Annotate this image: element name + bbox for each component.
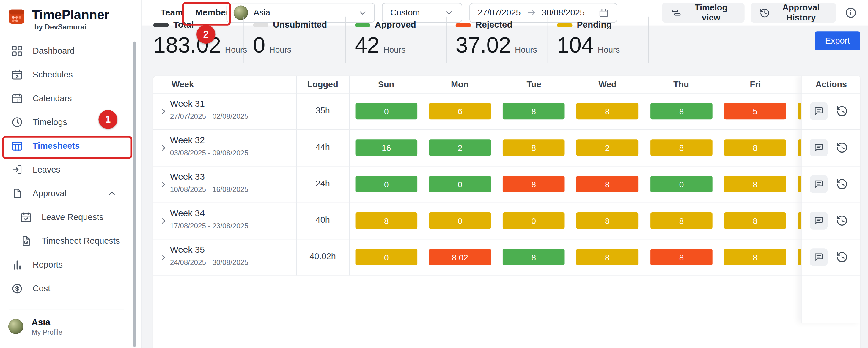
sidebar-item-leave-requests[interactable]: Leave Requests (0, 205, 141, 229)
cost-icon (11, 282, 23, 294)
day-hours-cell[interactable]: 8 (650, 139, 713, 156)
day-hours-cell[interactable]: 8 (503, 249, 565, 266)
day-hours-cell[interactable]: 8 (503, 176, 565, 193)
day-hours-cell[interactable]: 8 (650, 103, 713, 119)
day-hours-cell[interactable]: 6 (429, 103, 491, 119)
day-hours-cell[interactable]: 8.02 (429, 249, 491, 266)
day-hours-cell[interactable] (798, 176, 801, 193)
approval-history-button[interactable]: Approval History (751, 3, 836, 23)
day-hours-cell[interactable]: 2 (577, 139, 639, 156)
history-icon (836, 251, 848, 263)
actions-column: Actions (801, 76, 860, 323)
day-hours-cell[interactable] (798, 139, 801, 156)
history-icon (836, 142, 848, 154)
approval-history-icon (760, 7, 770, 18)
sidebar-item-leaves[interactable]: Leaves (0, 158, 141, 181)
day-hours-cell[interactable]: 8 (577, 212, 639, 229)
timesheet-requests-icon (20, 235, 32, 247)
sidebar-item-timesheet-requests[interactable]: Timesheet Requests (0, 229, 141, 253)
day-hours-cell[interactable]: 0 (355, 103, 417, 119)
day-hours-cell[interactable]: 8 (503, 103, 565, 119)
expand-row-button[interactable] (157, 105, 170, 118)
day-hours-cell[interactable]: 2 (429, 139, 491, 156)
col-header-actions: Actions (802, 76, 860, 93)
day-hours-cell[interactable]: 8 (724, 212, 786, 229)
sidebar-scrollbar[interactable] (133, 42, 136, 347)
day-hours-cell[interactable]: 0 (650, 176, 713, 193)
sidebar: TimePlanner by DevSamurai DashboardSched… (0, 0, 142, 348)
export-button[interactable]: Export (815, 32, 860, 50)
sidebar-item-timelogs[interactable]: Timelogs (0, 110, 141, 134)
history-button[interactable] (833, 139, 851, 156)
day-hours-cell[interactable]: 8 (503, 139, 565, 156)
day-hours-cell[interactable] (798, 212, 801, 229)
expand-row-button[interactable] (157, 214, 170, 228)
day-hours-cell[interactable]: 8 (650, 212, 713, 229)
expand-row-button[interactable] (157, 141, 170, 154)
comment-button[interactable] (810, 139, 828, 156)
day-hours-cell[interactable]: 8 (724, 176, 786, 193)
day-hours-cell[interactable]: 8 (355, 212, 417, 229)
history-icon (836, 105, 848, 117)
day-hours-cell[interactable]: 8 (724, 249, 786, 266)
expand-row-button[interactable] (157, 251, 170, 264)
comment-icon (814, 106, 824, 116)
history-button[interactable] (833, 212, 851, 230)
column-divider (349, 76, 350, 275)
day-hours-cell[interactable]: 0 (355, 249, 417, 266)
annotation-step-2: 2 (196, 25, 215, 44)
comment-button[interactable] (810, 175, 828, 193)
info-icon[interactable] (845, 6, 857, 19)
row-divider (153, 130, 860, 130)
profile[interactable]: Asia My Profile (8, 317, 62, 337)
day-hours-cell[interactable] (798, 249, 801, 266)
comment-button[interactable] (810, 102, 828, 120)
col-header-wed: Wed (571, 76, 645, 93)
day-hours-cell[interactable]: 5 (724, 103, 786, 119)
history-button[interactable] (833, 175, 851, 193)
day-hours-cell[interactable]: 0 (503, 212, 565, 229)
sidebar-item-timesheets[interactable]: Timesheets (0, 134, 141, 158)
chevron-up-icon[interactable] (107, 188, 117, 198)
comment-icon (814, 216, 824, 226)
day-hours-cell[interactable]: 8 (577, 103, 639, 119)
timelog-view-button[interactable]: Timelog view (662, 3, 744, 23)
sidebar-item-schedules[interactable]: Schedules (0, 62, 141, 86)
app-logo[interactable]: TimePlanner by DevSamurai (8, 8, 109, 31)
history-button[interactable] (833, 102, 851, 120)
sidebar-item-calendars[interactable]: Calendars (0, 86, 141, 110)
sidebar-item-dashboard[interactable]: Dashboard (0, 39, 141, 62)
days-columns: SunMonTueWedThuFri 068885162828800880880… (349, 76, 801, 323)
comment-button[interactable] (810, 212, 828, 230)
day-hours-cell[interactable]: 16 (355, 139, 417, 156)
date-to: 30/08/2025 (541, 8, 584, 18)
stat-unit: Hours (598, 45, 620, 54)
chevron-down-icon (358, 8, 368, 18)
sidebar-item-cost[interactable]: Cost (0, 276, 141, 300)
comment-icon (814, 142, 824, 152)
day-hours-cell[interactable] (798, 103, 801, 119)
sidebar-item-reports[interactable]: Reports (0, 253, 141, 276)
calendars-icon (11, 92, 23, 104)
week-date-range: 17/08/2025 - 23/08/2025 (170, 222, 249, 230)
stat-value: 0Hours (253, 32, 345, 58)
sidebar-item-approval[interactable]: Approval (0, 181, 141, 205)
stat-color-chip (557, 23, 572, 27)
day-hours-cell[interactable]: 8 (577, 176, 639, 193)
row-divider (153, 239, 860, 239)
expand-row-button[interactable] (157, 178, 170, 191)
timelog-view-label: Timelog view (686, 3, 736, 23)
comment-button[interactable] (810, 248, 828, 266)
history-button[interactable] (833, 248, 851, 266)
approval-icon (11, 187, 23, 199)
logged-hours: 40h (296, 215, 349, 225)
col-header-tue: Tue (497, 76, 571, 93)
day-hours-cell[interactable]: 0 (429, 176, 491, 193)
row-divider (153, 275, 860, 276)
day-hours-cell[interactable]: 0 (429, 212, 491, 229)
day-hours-cell[interactable]: 8 (650, 249, 713, 266)
day-hours-cell[interactable]: 8 (724, 139, 786, 156)
app-title: TimePlanner (32, 8, 109, 22)
day-hours-cell[interactable]: 8 (577, 249, 639, 266)
day-hours-cell[interactable]: 0 (355, 176, 417, 193)
